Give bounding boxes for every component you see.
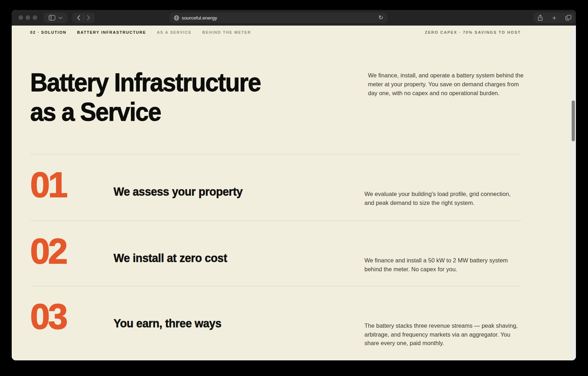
share-button[interactable] <box>533 12 547 23</box>
toolbar-actions-group: + <box>533 12 575 23</box>
nav-item-as-a-service[interactable]: AS A SERVICE <box>157 30 192 34</box>
scrollbar-track[interactable] <box>571 26 576 360</box>
share-icon <box>538 15 543 21</box>
forward-button[interactable] <box>84 12 93 23</box>
nav-item-battery-infrastructure[interactable]: BATTERY INFRASTRUCTURE <box>77 30 146 34</box>
nav-item-behind-the-meter[interactable]: BEHIND THE METER <box>202 30 251 34</box>
sidebar-toggle-button[interactable] <box>44 12 67 23</box>
step-title: We install at zero cost <box>114 251 227 265</box>
step-number: 02 <box>30 233 66 269</box>
url-text: sourceful.energy <box>182 15 217 21</box>
list-item-step-1: 01 We assess your property We evaluate y… <box>30 154 522 220</box>
browser-window: sourceful.energy ↻ + <box>12 10 576 360</box>
sidebar-toggle-icon <box>49 15 55 21</box>
site-section-nav: 02 · SOLUTION BATTERY INFRASTRUCTURE AS … <box>30 29 521 35</box>
minimize-window-button[interactable] <box>26 15 30 20</box>
steps-list: 01 We assess your property We evaluate y… <box>30 154 522 360</box>
scrollbar-thumb[interactable] <box>572 100 575 141</box>
chevron-down-icon <box>59 17 62 19</box>
reload-icon[interactable]: ↻ <box>379 15 383 21</box>
history-nav-group <box>72 12 95 23</box>
address-bar[interactable]: sourceful.energy ↻ <box>170 12 388 23</box>
step-description: The battery stacks three revenue streams… <box>364 321 519 348</box>
page-title-line2: as a Service <box>30 97 260 126</box>
browser-toolbar: sourceful.energy ↻ + <box>12 10 576 26</box>
step-title: We assess your property <box>114 185 243 198</box>
tab-overview-button[interactable] <box>561 12 575 23</box>
webpage-content: 02 · SOLUTION BATTERY INFRASTRUCTURE AS … <box>12 26 576 360</box>
list-item-step-2: 02 We install at zero cost We finance an… <box>30 220 522 286</box>
step-number: 01 <box>30 167 66 202</box>
step-title: You earn, three ways <box>114 317 221 330</box>
site-nav-left: 02 · SOLUTION BATTERY INFRASTRUCTURE AS … <box>30 30 251 34</box>
step-description: We finance and install a 50 kW to 2 MW b… <box>364 256 519 273</box>
chevron-right-icon <box>87 15 90 20</box>
nav-tagline: ZERO CAPEX · 70% SAVINGS TO HOST <box>425 30 521 34</box>
nav-item-solution[interactable]: 02 · SOLUTION <box>30 30 66 34</box>
page-title-line1: Battery Infrastructure <box>30 67 260 97</box>
step-number: 03 <box>30 299 66 334</box>
page-title: Battery Infrastructure as a Service <box>30 67 260 126</box>
tabs-icon <box>565 15 571 21</box>
list-item-step-3: 03 You earn, three ways The battery stac… <box>30 286 522 360</box>
chevron-left-icon <box>77 15 80 20</box>
new-tab-button[interactable]: + <box>547 12 561 23</box>
hero-intro-text: We finance, install, and operate a batte… <box>368 71 524 98</box>
plus-icon: + <box>552 14 556 22</box>
globe-icon <box>174 15 179 21</box>
close-window-button[interactable] <box>18 15 23 20</box>
step-description: We evaluate your building's load profile… <box>364 190 519 207</box>
back-button[interactable] <box>74 12 83 23</box>
maximize-window-button[interactable] <box>33 15 37 20</box>
